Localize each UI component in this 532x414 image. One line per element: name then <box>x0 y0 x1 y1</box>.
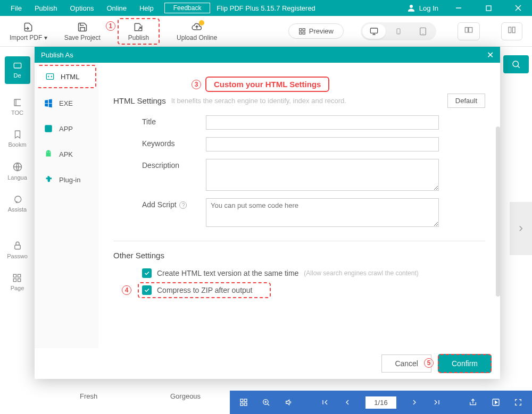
svg-line-24 <box>518 66 520 68</box>
page-number[interactable]: 1/16 <box>365 396 396 409</box>
device-desktop[interactable] <box>362 24 386 39</box>
menu-online[interactable]: Online <box>100 1 133 15</box>
share-icon <box>469 398 477 407</box>
globe-icon <box>12 162 23 172</box>
svg-rect-15 <box>512 27 515 33</box>
svg-rect-7 <box>300 32 302 34</box>
grid-icon <box>298 28 306 35</box>
lock-icon <box>13 240 22 251</box>
title-label: Title <box>142 115 206 130</box>
rail-toc[interactable]: TOC <box>11 98 23 116</box>
upload-online-button[interactable]: Upload Online <box>177 21 217 41</box>
close-button[interactable] <box>509 0 528 16</box>
help-icon[interactable]: ? <box>179 201 187 209</box>
prev-icon <box>343 398 352 407</box>
description-label: Description <box>142 159 206 191</box>
import-pdf-button[interactable]: Import PDF ▾ <box>10 21 47 41</box>
description-input[interactable] <box>206 159 439 191</box>
keywords-label: Keywords <box>142 137 206 151</box>
svg-rect-9 <box>370 28 377 33</box>
svg-point-0 <box>410 5 413 8</box>
checkbox-html-text-version[interactable]: Create HTML text version at the same tim… <box>142 268 485 278</box>
save-project-button[interactable]: Save Project <box>64 21 101 41</box>
chat-icon <box>12 195 23 204</box>
sidebar-item-app[interactable]: APP <box>35 116 98 141</box>
confirm-button[interactable]: Confirm <box>438 354 492 373</box>
svg-line-36 <box>268 404 269 405</box>
app-title: Flip PDF Plus 5.15.7 Registered <box>217 4 315 12</box>
fullscreen-button[interactable] <box>514 398 522 407</box>
scrollbar-thumb[interactable] <box>496 126 500 297</box>
bookmark-icon <box>12 130 23 139</box>
last-icon <box>433 398 441 407</box>
keywords-input[interactable] <box>206 137 439 151</box>
login-label: Log In <box>419 4 438 12</box>
rail-bookmark[interactable]: Bookm <box>8 130 26 148</box>
menu-options[interactable]: Options <box>64 1 101 15</box>
save-icon <box>77 22 88 32</box>
autoplay-button[interactable] <box>491 398 500 407</box>
svg-point-27 <box>47 152 48 153</box>
device-selector <box>361 22 436 40</box>
left-rail: De TOC Bookm Langua Assista Passwo Page <box>0 47 35 295</box>
html-icon <box>45 72 55 81</box>
preview-button[interactable]: Preview <box>288 23 344 39</box>
dialog-close-button[interactable]: ✕ <box>487 50 494 60</box>
share-button[interactable] <box>469 398 477 407</box>
device-tablet[interactable] <box>411 24 435 39</box>
dialog-header: Publish As ✕ <box>35 47 500 63</box>
sidebar-item-plugin[interactable]: Plug-in <box>35 167 98 192</box>
zoom-button[interactable] <box>262 398 270 407</box>
sound-button[interactable] <box>285 398 293 407</box>
save-label: Save Project <box>64 34 101 41</box>
sidebar-item-apk[interactable]: APK <box>35 141 98 167</box>
rail-password[interactable]: Passwo <box>7 240 28 259</box>
menu-publish[interactable]: Publish <box>28 1 64 15</box>
login-button[interactable]: Log In <box>406 3 438 13</box>
first-page-button[interactable] <box>321 398 329 407</box>
next-icon <box>410 398 419 407</box>
preview-next-page[interactable] <box>510 202 532 255</box>
sidebar-item-exe[interactable]: EXE <box>35 90 98 116</box>
checkbox-1[interactable] <box>142 268 152 278</box>
tablet-icon <box>419 27 427 36</box>
svg-rect-20 <box>18 274 21 277</box>
rail-assistant[interactable]: Assista <box>8 195 27 213</box>
publish-button[interactable]: Publish 1 <box>118 18 160 45</box>
menu-help[interactable]: Help <box>133 1 160 15</box>
checkbox-compress-zip[interactable]: 4 Compress to ZIP after output <box>142 285 485 295</box>
prev-page-button[interactable] <box>343 398 352 407</box>
other-settings-heading: Other Settings <box>113 251 485 260</box>
rail-language[interactable]: Langua <box>7 162 27 181</box>
default-button[interactable]: Default <box>447 94 485 108</box>
minimize-button[interactable] <box>449 0 468 16</box>
thumbnails-button[interactable] <box>239 398 248 407</box>
sidebar-item-html[interactable]: HTML 2 <box>37 65 96 88</box>
single-view-button[interactable] <box>501 22 522 40</box>
title-input[interactable] <box>206 115 439 130</box>
svg-rect-21 <box>14 279 16 282</box>
book-view-button[interactable] <box>458 22 480 40</box>
template-gorgeous[interactable]: Gorgeous <box>170 392 201 400</box>
next-page-button[interactable] <box>410 398 419 407</box>
monitor-icon <box>369 27 379 36</box>
device-phone[interactable] <box>387 24 410 39</box>
svg-rect-18 <box>14 245 20 249</box>
rail-page[interactable]: Page <box>11 273 24 291</box>
maximize-button[interactable] <box>479 0 498 16</box>
menu-file[interactable]: File <box>4 1 28 15</box>
template-fresh[interactable]: Fresh <box>80 392 97 400</box>
svg-point-23 <box>513 61 519 67</box>
first-icon <box>321 398 329 407</box>
addscript-input[interactable] <box>206 198 439 227</box>
grid-icon <box>12 273 22 283</box>
svg-rect-25 <box>46 74 53 80</box>
feedback-button[interactable]: Feedback <box>164 3 211 13</box>
toc-icon <box>12 98 23 107</box>
search-panel-button[interactable] <box>503 55 529 73</box>
callout-1: 1 <box>106 21 115 31</box>
android-icon <box>44 149 53 159</box>
last-page-button[interactable] <box>433 398 441 407</box>
rail-design[interactable]: De <box>5 56 30 84</box>
phone-icon <box>395 27 402 36</box>
